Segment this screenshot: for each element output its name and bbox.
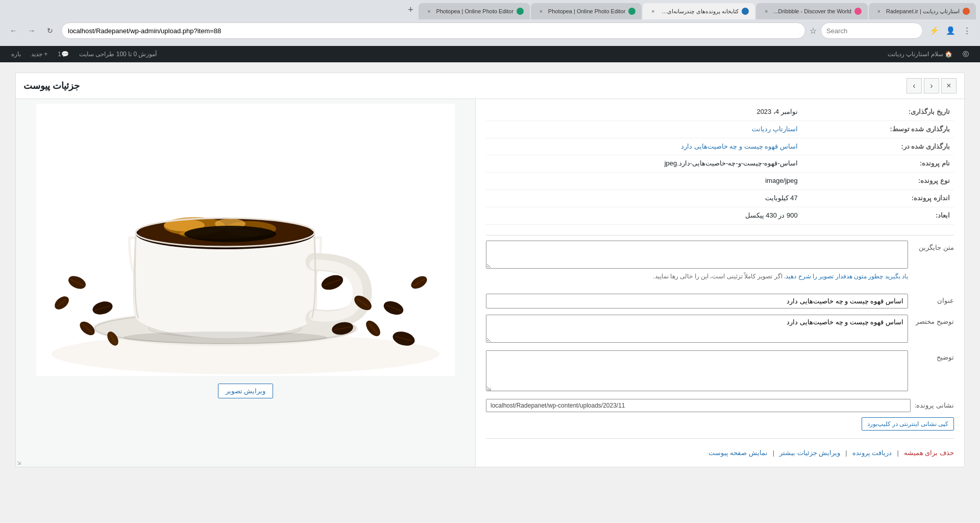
download-link[interactable]: دریافت پرونده <box>852 449 892 457</box>
new-tab-button[interactable]: + <box>403 3 418 17</box>
address-bar-row: ← → ↻ ☆ ⚡ 👤 ⋮ <box>0 19 980 42</box>
star-icon[interactable]: ☆ <box>810 26 817 36</box>
tab-dribbble[interactable]: Dribbble - Discover the World... × <box>756 3 868 19</box>
menu-button[interactable]: ⋮ <box>960 23 974 38</box>
title-input[interactable] <box>486 294 908 308</box>
tab1-favicon <box>963 8 970 15</box>
panel-header: × ‹ › جزئیات پیوست <box>16 73 964 99</box>
extensions-button[interactable]: ⚡ <box>927 23 941 38</box>
caption-group: توضیح مختصر اساس قهوه چیست و چه خاصیت‌ها… <box>486 315 954 344</box>
meta-uploaded-by: بارگذاری شده توسط: استارتاپ ردیانت <box>486 121 954 138</box>
copy-url-button[interactable]: کپی نشانی اینترنتی در کلیپ‌بورد <box>862 417 954 431</box>
tab-photopea1[interactable]: Photopea | Online Photo Editor × <box>531 3 642 19</box>
tab4-close[interactable]: × <box>537 7 545 15</box>
meta-uploaded-to-label: بارگذاری شده در: <box>802 138 954 155</box>
tab-radepanet[interactable]: استارتاپ ردیانت | Radepanet.ir × <box>869 3 976 19</box>
meta-uploaded-to-value: اساس قهوه چیست و چه خاصیت‌هایی دارد <box>486 138 802 155</box>
meta-file-type: نوع پرونده: image/jpeg <box>486 173 954 190</box>
view-post-link[interactable]: نمایش صفحه پیوست <box>708 449 768 457</box>
uploaded-by-link[interactable]: استارتاپ ردیانت <box>752 125 798 133</box>
howdy-label: باره <box>11 51 21 58</box>
panel-nav: × ‹ › <box>906 78 957 93</box>
address-input[interactable] <box>61 22 805 39</box>
tab5-close[interactable]: × <box>425 7 433 15</box>
reload-button[interactable]: ↻ <box>43 23 57 38</box>
meta-uploaded-to: بارگذاری شده در: اساس قهوه چیست و چه خاص… <box>486 138 954 155</box>
panel-prev-button[interactable]: ‹ <box>924 78 939 93</box>
admin-bar-comments[interactable]: 💬 1 <box>53 46 74 62</box>
meta-file-size: اندازه پرونده: 47 کیلوبایت <box>486 189 954 207</box>
forward-button[interactable]: → <box>24 23 39 38</box>
delete-link[interactable]: حذف برای همیشه <box>904 449 954 457</box>
url-row: نشانی پرونده: <box>486 399 954 412</box>
alt-text-input[interactable] <box>486 241 908 269</box>
panel-close-button[interactable]: × <box>941 78 957 93</box>
alt-text-group: متن جایگزین یاد بگیرید چطور متون هدفدار … <box>486 241 954 288</box>
meta-upload-date: تاریخ بارگذاری: نوامبر 4، 2023 <box>486 104 954 121</box>
tab-photopea2[interactable]: Photopea | Online Photo Editor × <box>419 3 529 19</box>
alt-text-help-text: یاد بگیرید چطور متون هدفدار تصویر را شرح… <box>784 273 908 280</box>
wp-site-name[interactable]: 🏠 سلام استارتاپ ردیانت <box>883 46 958 62</box>
search-input[interactable] <box>821 22 923 39</box>
admin-bar-training[interactable]: آموزش 0 تا 100 طراحی سایت <box>74 46 162 62</box>
panel-next-button[interactable]: › <box>906 78 922 93</box>
meta-upload-date-label: تاریخ بارگذاری: <box>802 104 954 121</box>
tab1-title: استارتاپ ردیانت | Radepanet.ir <box>886 8 960 15</box>
tab1-close[interactable]: × <box>875 7 883 15</box>
profile-button[interactable]: 👤 <box>943 23 958 38</box>
meta-divider <box>486 235 954 235</box>
admin-bar-howdy[interactable]: باره <box>6 46 26 62</box>
comments-count: 1 <box>58 51 61 58</box>
tab2-title: Dribbble - Discover the World... <box>773 8 851 14</box>
action-links: حذف برای همیشه | دریافت پرونده | ویرایش … <box>486 449 954 457</box>
meta-uploaded-by-label: بارگذاری شده توسط: <box>802 121 954 138</box>
title-label: عنوان <box>913 294 954 304</box>
meta-file-name-label: نام پرونده: <box>802 155 954 173</box>
tab-wp-media[interactable]: کتابخانه پرونده‌های چندرسانه‌ای دآ... × <box>643 3 755 19</box>
caption-label: توضیح مختصر <box>913 315 954 325</box>
panel-right: ویرایش تصویر <box>16 73 475 467</box>
tab3-title: کتابخانه پرونده‌های چندرسانه‌ای دآ... <box>660 8 739 15</box>
tab3-favicon <box>742 8 749 15</box>
tab2-close[interactable]: × <box>762 7 770 15</box>
meta-dimensions: ابعاد: 900 در 430 پیکسل <box>486 207 954 224</box>
image-preview-container <box>36 104 455 376</box>
url-label: نشانی پرونده: <box>915 401 954 409</box>
home-icon: 🏠 <box>945 51 952 58</box>
alt-text-help-link[interactable]: یاد بگیرید چطور متون هدفدار تصویر را شرح… <box>782 273 908 280</box>
new-item-label: + جدید <box>31 51 47 58</box>
description-label: توضیح <box>913 350 954 361</box>
copy-btn-wrapper: کپی نشانی اینترنتی در کلیپ‌بورد <box>486 417 954 431</box>
browser-actions: ⚡ 👤 ⋮ <box>927 23 974 38</box>
back-button[interactable]: ← <box>6 23 20 38</box>
edit-more-link[interactable]: ویرایش جزئیات بیشتر <box>779 449 840 457</box>
tab4-favicon <box>628 8 635 15</box>
attachment-panel: × ‹ › جزئیات پیوست تاریخ بارگذاری: نوامب… <box>15 73 965 467</box>
separator3: | <box>773 449 774 457</box>
url-input[interactable] <box>486 399 911 412</box>
comments-icon: 💬 <box>61 51 69 58</box>
coffee-image-svg <box>36 104 455 374</box>
page-wrapper: × ‹ › جزئیات پیوست تاریخ بارگذاری: نوامب… <box>0 62 980 523</box>
svg-point-13 <box>184 226 276 242</box>
browser-chrome: استارتاپ ردیانت | Radepanet.ir × Dribbbl… <box>0 0 980 46</box>
meta-file-type-value: image/jpeg <box>486 173 802 190</box>
panel-title: جزئیات پیوست <box>23 80 80 91</box>
tab3-close[interactable]: × <box>649 7 657 15</box>
tab-bar: استارتاپ ردیانت | Radepanet.ir × Dribbbl… <box>0 0 980 19</box>
meta-file-size-label: اندازه پرونده: <box>802 189 954 207</box>
caption-input[interactable]: اساس قهوه چیست و چه خاصیت‌هایی دارد <box>486 315 908 343</box>
svg-point-39 <box>123 331 327 344</box>
edit-image-button[interactable]: ویرایش تصویر <box>218 384 274 398</box>
wp-logo-icon: ⓒ <box>963 50 969 59</box>
wp-logo-item[interactable]: ⓒ <box>958 46 974 62</box>
tab5-favicon <box>517 8 524 15</box>
description-input[interactable] <box>486 350 908 391</box>
title-group: عنوان <box>486 294 954 308</box>
uploaded-to-link[interactable]: اساس قهوه چیست و چه خاصیت‌هایی دارد <box>681 142 798 150</box>
separator2: | <box>845 449 847 457</box>
alt-text-label: متن جایگزین <box>913 241 954 251</box>
admin-bar-new[interactable]: + جدید <box>26 46 53 62</box>
action-divider <box>486 438 954 439</box>
description-field-wrapper: ⇲ <box>486 350 908 393</box>
